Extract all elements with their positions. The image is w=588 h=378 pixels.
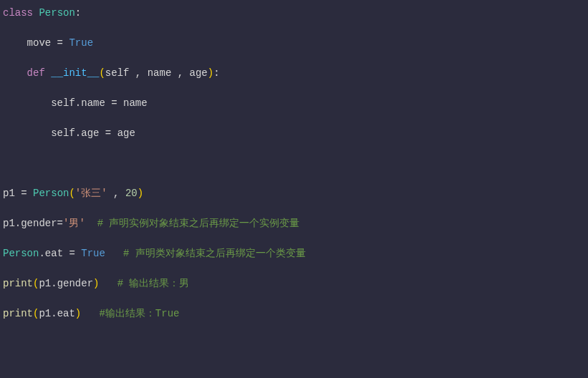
lparen: ( [69, 188, 74, 199]
variable: p1 [3, 188, 15, 199]
colon: : [75, 7, 81, 19]
lparen: ( [99, 67, 105, 79]
code-line-3: move = True [3, 36, 585, 51]
attr: age [81, 127, 99, 139]
string-literal: '男' [63, 218, 85, 229]
builtin-fn: print [3, 278, 33, 289]
blank-line [3, 141, 585, 156]
class-ref: Person [33, 188, 69, 199]
assignment: p1.gender= [3, 218, 63, 229]
indent [3, 67, 27, 79]
param-name: name [148, 67, 172, 79]
code-line-19: print(p1.gender) # 输出结果：男 [3, 276, 585, 291]
comma: , [107, 188, 125, 199]
code-line-15: p1.gender='男' # 声明实例对象结束之后再绑定一个实例变量 [3, 216, 585, 231]
colon: : [213, 67, 219, 79]
variable: move [27, 37, 52, 49]
comment: # 声明实例对象结束之后再绑定一个实例变量 [97, 218, 300, 229]
code-line-1: class Person: [3, 6, 585, 21]
argument: p1.eat [39, 308, 74, 319]
code-line-9: self.age = age [3, 126, 585, 141]
builtin-fn: print [3, 308, 33, 319]
operator: = [51, 37, 69, 49]
self: self [51, 97, 75, 109]
code-line-5: def __init__(self , name , age): [3, 66, 585, 81]
blank-line [3, 291, 585, 306]
comment: # 输出结果：男 [117, 278, 190, 289]
blank-line [3, 21, 585, 36]
param-age: age [190, 67, 208, 79]
rparen: ) [138, 188, 143, 199]
code-line-13: p1 = Person('张三' , 20) [3, 186, 585, 201]
dot: . [39, 248, 44, 259]
indent [3, 97, 51, 109]
code-editor[interactable]: class Person: move = True def __init__(s… [3, 6, 585, 321]
operator: = [15, 188, 33, 199]
blank-line [3, 51, 585, 66]
blank-line [3, 171, 585, 186]
number-literal: 20 [125, 188, 138, 199]
magic-method: __init__ [51, 67, 99, 79]
comma: , [129, 67, 147, 79]
keyword-def: def [27, 67, 45, 79]
rparen: ) [208, 67, 213, 79]
variable: name [123, 97, 148, 109]
attr: name [81, 97, 105, 109]
dot: . [75, 97, 81, 109]
comment: # 声明类对象结束之后再绑定一个类变量 [123, 248, 306, 259]
blank-line [3, 111, 585, 126]
indent [3, 127, 51, 139]
blank-line [3, 201, 585, 216]
blank-line [3, 261, 585, 276]
blank-line [3, 231, 585, 246]
comment: #输出结果：True [99, 308, 179, 319]
dot: . [75, 127, 81, 139]
class-ref: Person [3, 248, 39, 259]
bool-literal: True [69, 37, 93, 49]
class-name: Person [39, 7, 74, 19]
param-self: self [105, 67, 130, 79]
operator: = [99, 127, 117, 139]
code-line-17: Person.eat = True # 声明类对象结束之后再绑定一个类变量 [3, 246, 585, 261]
blank-line [3, 156, 585, 171]
code-line-21: print(p1.eat) #输出结果：True [3, 306, 585, 321]
blank-line [3, 81, 585, 96]
operator: = [63, 248, 81, 259]
variable: age [117, 127, 135, 139]
attr: eat [45, 248, 63, 259]
indent [3, 37, 27, 49]
rparen: ) [75, 308, 81, 319]
self: self [51, 127, 75, 139]
comma: , [171, 67, 189, 79]
operator: = [105, 97, 123, 109]
string-literal: '张三' [75, 188, 107, 199]
argument: p1.gender [39, 278, 93, 289]
keyword-class: class [3, 7, 33, 19]
bool-literal: True [81, 248, 105, 259]
code-line-7: self.name = name [3, 96, 585, 111]
